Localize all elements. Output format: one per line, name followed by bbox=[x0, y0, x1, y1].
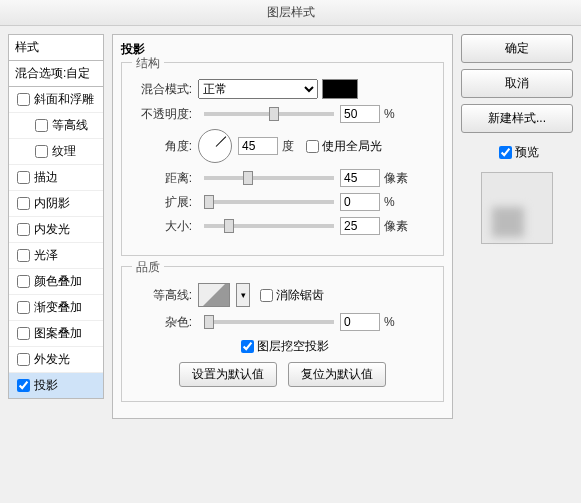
opacity-row: 不透明度: % bbox=[134, 105, 431, 123]
style-checkbox[interactable] bbox=[17, 93, 30, 106]
style-item-6[interactable]: 光泽 bbox=[9, 243, 103, 269]
contour-row: 等高线: ▾ 消除锯齿 bbox=[134, 283, 431, 307]
quality-group: 品质 等高线: ▾ 消除锯齿 杂色: % 图层挖空投影 bbox=[121, 266, 444, 402]
style-item-11[interactable]: 投影 bbox=[9, 373, 103, 398]
spread-input[interactable] bbox=[340, 193, 380, 211]
contour-dropdown-icon[interactable]: ▾ bbox=[236, 283, 250, 307]
opacity-input[interactable] bbox=[340, 105, 380, 123]
contour-picker[interactable] bbox=[198, 283, 230, 307]
style-checkbox[interactable] bbox=[17, 379, 30, 392]
effect-settings: 投影 结构 混合模式: 正常 不透明度: % 角度: 度 bbox=[112, 34, 453, 419]
distance-slider[interactable] bbox=[204, 176, 334, 180]
global-light-checkbox[interactable]: 使用全局光 bbox=[302, 137, 382, 156]
opacity-unit: % bbox=[384, 107, 395, 121]
new-style-button[interactable]: 新建样式... bbox=[461, 104, 573, 133]
size-label: 大小: bbox=[134, 218, 192, 235]
reset-default-button[interactable]: 复位为默认值 bbox=[288, 362, 386, 387]
quality-legend: 品质 bbox=[132, 259, 164, 276]
preview-checkbox[interactable]: 预览 bbox=[495, 143, 539, 162]
style-checkbox[interactable] bbox=[17, 353, 30, 366]
style-checkbox[interactable] bbox=[17, 301, 30, 314]
angle-input[interactable] bbox=[238, 137, 278, 155]
right-panel: 确定 取消 新建样式... 预览 bbox=[461, 34, 573, 419]
style-item-label: 投影 bbox=[34, 377, 58, 394]
contour-label: 等高线: bbox=[134, 287, 192, 304]
preview-swatch bbox=[481, 172, 553, 244]
distance-label: 距离: bbox=[134, 170, 192, 187]
style-item-label: 外发光 bbox=[34, 351, 70, 368]
style-item-label: 纹理 bbox=[52, 143, 76, 160]
shadow-color-swatch[interactable] bbox=[322, 79, 358, 99]
style-item-label: 描边 bbox=[34, 169, 58, 186]
noise-label: 杂色: bbox=[134, 314, 192, 331]
cancel-button[interactable]: 取消 bbox=[461, 69, 573, 98]
style-item-label: 光泽 bbox=[34, 247, 58, 264]
blend-mode-label: 混合模式: bbox=[134, 81, 192, 98]
style-checkbox[interactable] bbox=[35, 119, 48, 132]
style-item-9[interactable]: 图案叠加 bbox=[9, 321, 103, 347]
structure-legend: 结构 bbox=[132, 55, 164, 72]
angle-dial[interactable] bbox=[198, 129, 232, 163]
style-item-label: 渐变叠加 bbox=[34, 299, 82, 316]
structure-group: 结构 混合模式: 正常 不透明度: % 角度: 度 使用全局 bbox=[121, 62, 444, 256]
antialias-checkbox[interactable]: 消除锯齿 bbox=[256, 286, 324, 305]
opacity-label: 不透明度: bbox=[134, 106, 192, 123]
style-item-label: 内发光 bbox=[34, 221, 70, 238]
style-item-label: 图案叠加 bbox=[34, 325, 82, 342]
ok-button[interactable]: 确定 bbox=[461, 34, 573, 63]
style-item-label: 内阴影 bbox=[34, 195, 70, 212]
dialog-body: 样式 混合选项:自定 斜面和浮雕等高线纹理描边内阴影内发光光泽颜色叠加渐变叠加图… bbox=[0, 26, 581, 427]
default-buttons-row: 设置为默认值 复位为默认值 bbox=[134, 362, 431, 387]
preview-shadow-icon bbox=[492, 207, 524, 237]
style-item-1[interactable]: 等高线 bbox=[9, 113, 103, 139]
size-unit: 像素 bbox=[384, 218, 408, 235]
distance-unit: 像素 bbox=[384, 170, 408, 187]
distance-row: 距离: 像素 bbox=[134, 169, 431, 187]
knockout-row: 图层挖空投影 bbox=[134, 337, 431, 356]
styles-panel: 样式 混合选项:自定 斜面和浮雕等高线纹理描边内阴影内发光光泽颜色叠加渐变叠加图… bbox=[8, 34, 104, 419]
style-checkbox[interactable] bbox=[35, 145, 48, 158]
style-item-3[interactable]: 描边 bbox=[9, 165, 103, 191]
style-item-0[interactable]: 斜面和浮雕 bbox=[9, 87, 103, 113]
effect-title: 投影 bbox=[121, 41, 444, 58]
noise-slider[interactable] bbox=[204, 320, 334, 324]
opacity-slider[interactable] bbox=[204, 112, 334, 116]
style-checkbox[interactable] bbox=[17, 197, 30, 210]
style-item-10[interactable]: 外发光 bbox=[9, 347, 103, 373]
style-checkbox[interactable] bbox=[17, 275, 30, 288]
set-default-button[interactable]: 设置为默认值 bbox=[179, 362, 277, 387]
spread-unit: % bbox=[384, 195, 395, 209]
style-item-label: 斜面和浮雕 bbox=[34, 91, 94, 108]
noise-input[interactable] bbox=[340, 313, 380, 331]
distance-input[interactable] bbox=[340, 169, 380, 187]
style-item-5[interactable]: 内发光 bbox=[9, 217, 103, 243]
style-item-label: 颜色叠加 bbox=[34, 273, 82, 290]
style-item-label: 等高线 bbox=[52, 117, 88, 134]
style-item-2[interactable]: 纹理 bbox=[9, 139, 103, 165]
style-checkbox[interactable] bbox=[17, 249, 30, 262]
style-checkbox[interactable] bbox=[17, 223, 30, 236]
style-item-7[interactable]: 颜色叠加 bbox=[9, 269, 103, 295]
angle-label: 角度: bbox=[134, 138, 192, 155]
blend-mode-select[interactable]: 正常 bbox=[198, 79, 318, 99]
styles-header: 样式 bbox=[8, 34, 104, 60]
knockout-checkbox[interactable]: 图层挖空投影 bbox=[237, 337, 329, 356]
style-checkbox[interactable] bbox=[17, 171, 30, 184]
style-item-4[interactable]: 内阴影 bbox=[9, 191, 103, 217]
style-list: 斜面和浮雕等高线纹理描边内阴影内发光光泽颜色叠加渐变叠加图案叠加外发光投影 bbox=[8, 86, 104, 399]
spread-slider[interactable] bbox=[204, 200, 334, 204]
noise-unit: % bbox=[384, 315, 395, 329]
spread-label: 扩展: bbox=[134, 194, 192, 211]
noise-row: 杂色: % bbox=[134, 313, 431, 331]
style-item-8[interactable]: 渐变叠加 bbox=[9, 295, 103, 321]
blend-options-row[interactable]: 混合选项:自定 bbox=[8, 60, 104, 86]
style-checkbox[interactable] bbox=[17, 327, 30, 340]
size-slider[interactable] bbox=[204, 224, 334, 228]
blend-mode-row: 混合模式: 正常 bbox=[134, 79, 431, 99]
dialog-title: 图层样式 bbox=[0, 0, 581, 26]
size-row: 大小: 像素 bbox=[134, 217, 431, 235]
size-input[interactable] bbox=[340, 217, 380, 235]
spread-row: 扩展: % bbox=[134, 193, 431, 211]
angle-row: 角度: 度 使用全局光 bbox=[134, 129, 431, 163]
angle-unit: 度 bbox=[282, 138, 294, 155]
